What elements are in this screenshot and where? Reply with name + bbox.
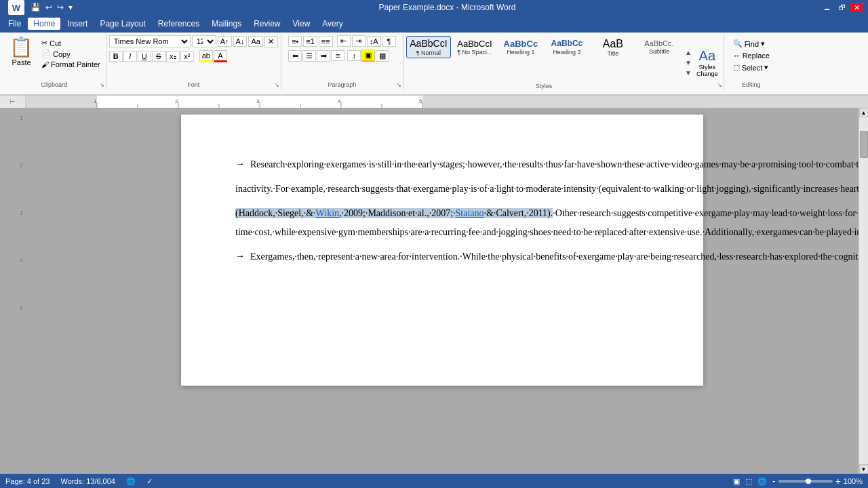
- font-format-row: B I U S x₂ x² ab A: [109, 50, 227, 62]
- document-scroll-area[interactable]: → Research·exploring·exergames·is·still·…: [26, 108, 859, 474]
- font-size-select[interactable]: 12: [192, 35, 216, 47]
- undo-quick-btn[interactable]: ↩: [44, 2, 54, 13]
- copy-button[interactable]: 📄 Copy: [39, 49, 103, 59]
- menu-view[interactable]: View: [288, 18, 316, 30]
- change-case-button[interactable]: Aa: [248, 36, 262, 47]
- scroll-up-button[interactable]: ▲: [859, 108, 869, 117]
- zoom-slider[interactable]: [778, 480, 833, 483]
- style-title[interactable]: AaB Title: [591, 35, 635, 59]
- scroll-thumb[interactable]: [860, 131, 868, 158]
- numbering-button[interactable]: ≡1: [303, 36, 317, 47]
- subscript-button[interactable]: x₂: [166, 51, 180, 62]
- text-highlight-button[interactable]: ab: [199, 50, 213, 62]
- menu-review[interactable]: Review: [248, 18, 285, 30]
- style-subtitle-label: Subtitle: [649, 48, 669, 55]
- style-subtitle[interactable]: AaBbCc. Subtitle: [637, 37, 682, 57]
- justify-button[interactable]: ≡: [331, 50, 344, 61]
- format-painter-button[interactable]: 🖌 Format Painter: [39, 60, 103, 69]
- sort-button[interactable]: ↕A: [367, 36, 381, 47]
- zoom-in-button[interactable]: +: [835, 476, 841, 487]
- minimize-button[interactable]: 🗕: [821, 3, 833, 12]
- paragraph-group: ≡• ≡1 ≡≡ ⇤ ⇥ ↕A ¶ ⬅ ☰ ➡ ≡ ↕ ▣: [281, 34, 403, 89]
- style-heading2-preview: AaBbCc: [551, 39, 583, 48]
- superscript-button[interactable]: x²: [180, 51, 194, 62]
- font-name-select[interactable]: Times New Rom: [109, 35, 191, 47]
- menu-mailings[interactable]: Mailings: [206, 18, 247, 30]
- show-formatting-button[interactable]: ¶: [382, 36, 396, 47]
- style-heading2[interactable]: AaBbCc Heading 2: [545, 37, 589, 57]
- highlighted-citation: (Haddock,·Siegel,·&·Wikin,·2009;·Maddiso…: [235, 208, 553, 218]
- styles-scroll-down[interactable]: ▼: [683, 58, 694, 67]
- bullet-arrow-1: →: [235, 155, 245, 174]
- change-styles-button[interactable]: Aа StylesChange: [694, 45, 721, 80]
- shading-button[interactable]: ▣: [361, 49, 375, 62]
- view-print-btn[interactable]: ▣: [733, 477, 740, 486]
- align-center-button[interactable]: ☰: [302, 50, 316, 62]
- styles-scroll-up[interactable]: ▲: [683, 48, 694, 57]
- style-normal[interactable]: AaBbCcI ¶ Normal: [406, 36, 451, 58]
- svg-text:1: 1: [94, 98, 97, 104]
- styles-group: AaBbCcI ¶ Normal AaBbCcI ¶ No Spaci... A…: [403, 34, 724, 89]
- line-spacing-button[interactable]: ↕: [347, 50, 361, 61]
- quick-access-toolbar: W 💾 ↩ ↪ ▾: [8, 0, 74, 15]
- view-full-btn[interactable]: ⬚: [745, 477, 752, 486]
- menu-page-layout[interactable]: Page Layout: [94, 18, 151, 30]
- border-button[interactable]: ▦: [376, 50, 389, 62]
- menu-insert[interactable]: Insert: [62, 18, 93, 30]
- multilevel-button[interactable]: ≡≡: [319, 36, 333, 47]
- status-right: ▣ ⬚ 🌐 - + 100%: [733, 476, 863, 487]
- restore-button[interactable]: 🗗: [835, 3, 848, 12]
- underline-button[interactable]: U: [138, 51, 151, 62]
- align-right-button[interactable]: ➡: [317, 50, 330, 62]
- replace-button[interactable]: ↔ Replace: [729, 50, 774, 61]
- para-text-1: Research·exploring·exergames·is·still·in…: [250, 155, 859, 174]
- menu-avery[interactable]: Avery: [317, 18, 348, 30]
- zoom-out-button[interactable]: -: [772, 476, 776, 487]
- menu-home[interactable]: Home: [28, 18, 60, 30]
- view-web-btn[interactable]: 🌐: [757, 477, 767, 486]
- shrink-font-button[interactable]: A↓: [233, 36, 248, 47]
- decrease-indent-button[interactable]: ⇤: [337, 35, 351, 47]
- select-icon: ⬚: [733, 63, 740, 72]
- menu-file[interactable]: File: [3, 18, 26, 30]
- format-painter-icon: 🖌: [41, 60, 49, 68]
- select-dropdown-icon: ▾: [764, 63, 768, 72]
- find-button[interactable]: 🔍 Find ▾: [729, 38, 769, 49]
- font-color-button[interactable]: A: [214, 50, 227, 62]
- main-area: 1 2 3 4 5 → Research·exploring·exergames…: [0, 108, 868, 474]
- close-button[interactable]: ✕: [850, 3, 863, 12]
- svg-text:5: 5: [419, 98, 422, 104]
- para-align-row: ⬅ ☰ ➡ ≡ ↕ ▣ ▦: [288, 49, 389, 62]
- scroll-down-button[interactable]: ▼: [859, 464, 869, 474]
- clear-format-button[interactable]: ✕: [264, 36, 278, 47]
- strikethrough-button[interactable]: S: [152, 51, 165, 62]
- qa-dropdown-btn[interactable]: ▾: [67, 2, 74, 13]
- menu-references[interactable]: References: [153, 18, 205, 30]
- editing-group-top: 🔍 Find ▾ ↔ Replace ⬚ Select ▾: [729, 35, 774, 80]
- cut-button[interactable]: ✂ Cut: [39, 38, 103, 48]
- grow-font-button[interactable]: A↑: [218, 36, 232, 47]
- clipboard-group-label: Clipboard: [41, 80, 68, 88]
- bold-button[interactable]: B: [109, 51, 123, 62]
- svg-text:4: 4: [338, 98, 341, 104]
- styles-more[interactable]: ▼: [683, 68, 694, 77]
- clipboard-expand-icon[interactable]: ↘: [100, 82, 104, 88]
- save-quick-btn[interactable]: 💾: [29, 2, 42, 13]
- align-left-button[interactable]: ⬅: [288, 50, 302, 62]
- window-title: Paper Example.docx - Microsoft Word: [74, 3, 821, 12]
- style-no-spacing[interactable]: AaBbCcI ¶ No Spaci...: [452, 37, 497, 58]
- redo-quick-btn[interactable]: ↪: [56, 2, 65, 13]
- select-button[interactable]: ⬚ Select ▾: [729, 62, 773, 73]
- styles-inner: AaBbCcI ¶ Normal AaBbCcI ¶ No Spaci... A…: [406, 35, 682, 89]
- style-no-spacing-preview: AaBbCcI: [457, 39, 492, 49]
- paragraph-expand-icon[interactable]: ↘: [397, 82, 401, 88]
- zoom-thumb: [806, 479, 811, 484]
- bullets-button[interactable]: ≡•: [288, 36, 302, 47]
- styles-expand-icon[interactable]: ↘: [717, 82, 722, 88]
- increase-indent-button[interactable]: ⇥: [352, 35, 366, 47]
- italic-button[interactable]: I: [123, 51, 137, 62]
- style-heading1[interactable]: AaBbCc Heading 1: [498, 37, 543, 58]
- paste-button[interactable]: 📋 Paste: [5, 35, 37, 69]
- font-expand-icon[interactable]: ↘: [275, 82, 279, 88]
- document-page: → Research·exploring·exergames·is·still·…: [181, 115, 703, 386]
